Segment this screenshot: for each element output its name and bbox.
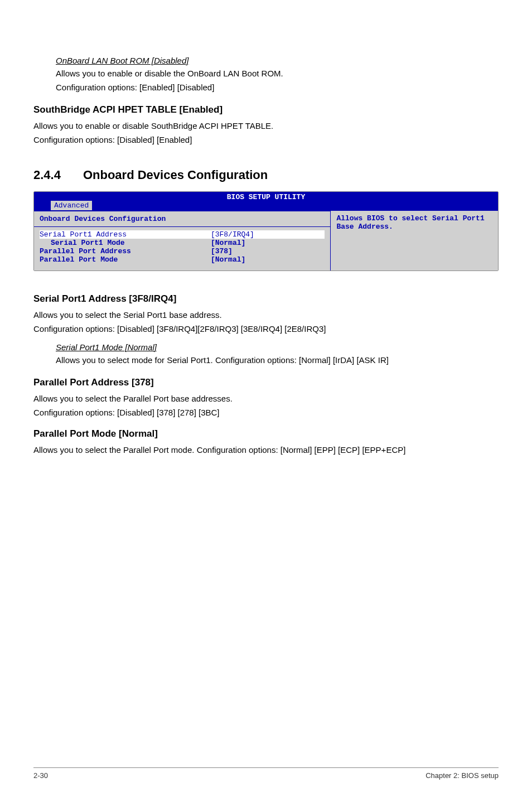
- parallel-port-address-heading: Parallel Port Address [378]: [33, 377, 499, 388]
- bios-setup-screenshot: BIOS SETUP UTILITY Advanced Onboard Devi…: [33, 191, 499, 271]
- parallel-port-address-line1: Allows you to select the Parallel Port b…: [33, 393, 499, 404]
- bios-row-parallel-port-address: Parallel Port Address [378]: [40, 247, 325, 255]
- bios-tabs: Advanced: [34, 201, 498, 211]
- onboard-lan-line2: Configuration options: [Enabled] [Disabl…: [56, 81, 499, 93]
- bios-row-serial-port1-address: Serial Port1 Address [3F8/IRQ4]: [40, 230, 325, 239]
- bios-body: Onboard Devices Configuration Serial Por…: [34, 211, 498, 270]
- bios-row-parallel-port-mode: Parallel Port Mode [Normal]: [40, 255, 325, 264]
- bios-row-label: Serial Port1 Mode: [40, 239, 211, 247]
- bios-row-serial-port1-mode: Serial Port1 Mode [Normal]: [40, 239, 325, 247]
- bios-row-label: Serial Port1 Address: [40, 230, 211, 239]
- southbridge-heading: SouthBridge ACPI HPET TABLE [Enabled]: [33, 104, 499, 115]
- bios-row-label: Parallel Port Address: [40, 247, 211, 255]
- section-title: Onboard Devices Configuration: [83, 168, 268, 182]
- serial-port1-mode-heading: Serial Port1 Mode [Normal]: [56, 342, 499, 352]
- bios-left-panel: Onboard Devices Configuration Serial Por…: [34, 211, 331, 270]
- serial-port1-mode-block: Serial Port1 Mode [Normal] Allows you to…: [56, 342, 499, 366]
- onboard-lan-heading: OnBoard LAN Boot ROM [Disabled]: [56, 56, 499, 65]
- bios-help-panel: Allows BIOS to select Serial Port1 Base …: [331, 211, 498, 270]
- parallel-port-address-line2: Configuration options: [Disabled] [378] …: [33, 407, 499, 418]
- southbridge-line1: Allows you to enable or disable SouthBri…: [33, 120, 499, 132]
- footer-chapter-label: Chapter 2: BIOS setup: [425, 771, 499, 780]
- bios-left-content: Serial Port1 Address [3F8/IRQ4] Serial P…: [34, 227, 330, 270]
- bios-row-label: Parallel Port Mode: [40, 255, 211, 264]
- parallel-port-mode-heading: Parallel Port Mode [Normal]: [33, 428, 499, 439]
- serial-port1-address-line1: Allows you to select the Serial Port1 ba…: [33, 309, 499, 321]
- footer-page-number: 2-30: [33, 771, 48, 780]
- serial-port1-mode-line1: Allows you to select mode for Serial Por…: [56, 354, 499, 366]
- serial-port1-address-heading: Serial Port1 Address [3F8/IRQ4]: [33, 293, 499, 305]
- onboard-lan-boot-rom-block: OnBoard LAN Boot ROM [Disabled] Allows y…: [56, 56, 499, 93]
- page-footer: 2-30 Chapter 2: BIOS setup: [33, 767, 499, 780]
- bios-row-value: [Normal]: [211, 255, 245, 264]
- bios-row-value: [Normal]: [211, 239, 245, 247]
- onboard-devices-config-heading: 2.4.4Onboard Devices Configuration: [33, 168, 499, 182]
- bios-row-value: [378]: [211, 247, 233, 255]
- bios-tab-advanced: Advanced: [51, 201, 92, 210]
- parallel-port-mode-line1: Allows you to select the Parallel Port m…: [33, 444, 499, 456]
- bios-panel-title: Onboard Devices Configuration: [34, 211, 330, 227]
- onboard-lan-line1: Allows you to enable or disable the OnBo…: [56, 67, 499, 79]
- serial-port1-address-line2: Configuration options: [Disabled] [3F8/I…: [33, 323, 499, 335]
- section-number: 2.4.4: [33, 168, 61, 182]
- bios-header-title: BIOS SETUP UTILITY: [34, 192, 498, 201]
- bios-row-value: [3F8/IRQ4]: [211, 230, 254, 239]
- southbridge-line2: Configuration options: [Disabled] [Enabl…: [33, 134, 499, 146]
